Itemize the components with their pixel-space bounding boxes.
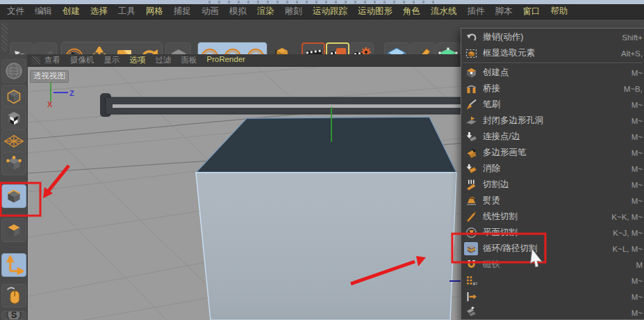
brush-icon: [464, 98, 478, 111]
context-menu-item-框显选取元素[interactable]: 框显选取元素Alt+S,: [461, 45, 644, 61]
context-menu-item-多边形画笔[interactable]: 多边形画笔M~: [461, 145, 644, 161]
viewport-label: 透视视图: [30, 70, 69, 83]
context-menu-label: 平面切割: [483, 227, 518, 239]
viewport-menu-item-6[interactable]: ProRender: [207, 55, 246, 65]
viewport-menu-item-4[interactable]: 过滤: [156, 55, 172, 65]
menubar-item-2[interactable]: 创建: [63, 6, 80, 17]
points-mode-button[interactable]: [1, 152, 26, 175]
viewport-menu-grip[interactable]: [31, 56, 40, 65]
snap-button[interactable]: S: [1, 311, 26, 320]
context-menu-item-消除[interactable]: 消除M~: [461, 161, 644, 177]
context-menu-shortcut: K~L, M~: [613, 245, 644, 253]
createpoint-icon: [464, 66, 478, 79]
menubar-item-5[interactable]: 网格: [146, 6, 163, 17]
enable-axis-button[interactable]: [1, 253, 26, 277]
make-editable-icon: [4, 61, 24, 81]
context-menu-item-笔刷[interactable]: 笔刷M~: [461, 97, 644, 113]
viewport-solo-button[interactable]: [1, 284, 26, 307]
context-menu-item-setpoint[interactable]: x=M~: [461, 273, 644, 289]
menubar-item-18[interactable]: 帮助: [551, 6, 568, 17]
context-menu-shortcut: M~: [631, 165, 644, 173]
slide-icon: [464, 290, 478, 303]
context-menu-item-线性切割[interactable]: 线性切割K~K, M~: [461, 209, 644, 225]
menubar-item-12[interactable]: 运动图形: [358, 6, 393, 17]
context-menu-label: 桥接: [483, 83, 500, 95]
context-menu-shortcut: M~: [631, 149, 644, 157]
context-menu-shortcut: M~: [631, 101, 644, 109]
menubar-item-4[interactable]: 工具: [118, 6, 135, 17]
menubar-item-1[interactable]: 编辑: [35, 6, 52, 17]
context-menu-shortcut: K~J, M~: [613, 229, 644, 237]
viewport-menu-item-0[interactable]: 查看: [44, 55, 60, 65]
context-menu-item-封闭多边形孔洞[interactable]: 封闭多边形孔洞M~: [461, 113, 644, 129]
context-menu-item-熨烫[interactable]: 熨烫M~: [461, 193, 644, 209]
menubar-item-6[interactable]: 捕捉: [174, 6, 191, 17]
context-menu-item-循环/路径切割[interactable]: 循环/路径切割K~L, M~: [461, 241, 644, 257]
dissolve-icon: [464, 162, 478, 175]
context-menu-item-切割边[interactable]: 切割边M~: [461, 177, 644, 193]
workplane-icon: [3, 132, 24, 150]
polygon-mode-button[interactable]: [1, 218, 26, 242]
axis-z-gizmo-label: Z: [69, 89, 74, 97]
iron-icon: [464, 194, 478, 207]
workplane-mode-button[interactable]: [1, 129, 26, 153]
menubar-item-8[interactable]: 模拟: [229, 6, 247, 17]
mode-palette: S: [0, 54, 28, 320]
polypen-icon: [464, 146, 478, 159]
menubar-item-0[interactable]: 文件: [7, 6, 24, 17]
context-menu-label: 框显选取元素: [483, 47, 535, 59]
menubar-item-17[interactable]: 窗口: [523, 6, 540, 17]
context-menu-label: 创建点: [483, 67, 509, 79]
edge-mode-button[interactable]: [1, 184, 26, 208]
viewport-menu-item-1[interactable]: 摄像机: [70, 55, 94, 65]
menubar-item-3[interactable]: 选择: [90, 6, 108, 17]
context-menu-label: 切割边: [483, 179, 509, 191]
context-menu-label: 消除: [483, 163, 500, 175]
menubar-item-9[interactable]: 渲染: [257, 6, 274, 17]
context-menu-label: 笔刷: [483, 99, 500, 111]
context-menu-shortcut: M: [636, 261, 644, 269]
menubar-item-7[interactable]: 动画: [201, 6, 219, 17]
polygon-mode-icon: [4, 221, 24, 240]
cube-object[interactable]: [196, 117, 456, 320]
context-menu-item-磁铁[interactable]: 磁铁M: [461, 257, 644, 273]
context-menu-shortcut: M~: [631, 117, 644, 125]
axis-x-gizmo-label: X: [47, 100, 53, 109]
context-menu-item-slide[interactable]: M~: [461, 289, 644, 305]
frame-icon: [464, 47, 478, 60]
menubar-item-14[interactable]: 流水线: [431, 6, 457, 17]
context-menu-label: 多边形画笔: [483, 147, 527, 159]
menubar-item-16[interactable]: 脚本: [495, 6, 513, 17]
closehole-icon: [464, 114, 478, 127]
context-menu-shortcut: M~: [631, 181, 644, 189]
viewport-menu-item-2[interactable]: 显示: [104, 55, 120, 65]
model-mode-button[interactable]: [1, 85, 26, 109]
menu-separator: [463, 63, 643, 63]
cutedge-icon: [464, 178, 478, 191]
snap-icon: S: [5, 311, 23, 320]
context-menu-shortcut: Alt+S,: [621, 49, 644, 58]
menubar-item-13[interactable]: 角色: [403, 6, 420, 17]
svg-text:x=: x=: [472, 281, 477, 286]
toolbar-grip[interactable]: [1, 22, 8, 51]
texture-mode-button[interactable]: [1, 106, 26, 130]
menubar-item-15[interactable]: 插件: [468, 6, 485, 17]
context-menu-item-撤销(动作)[interactable]: 撤销(动作)Shift+: [461, 29, 644, 45]
context-menu-item-创建点[interactable]: 创建点M~: [461, 65, 644, 81]
make-editable-button[interactable]: [1, 59, 26, 83]
context-menu-label: 撤销(动作): [483, 31, 523, 43]
context-menu-shortcut: Shift+: [622, 33, 644, 42]
menubar-item-11[interactable]: 运动跟踪: [313, 6, 347, 17]
context-menu-shortcut: M~: [631, 133, 644, 141]
context-menu-item-桥接[interactable]: 桥接M~B,: [461, 81, 644, 97]
context-menu-shortcut: M~: [631, 197, 644, 205]
context-menu-label: 熨烫: [483, 195, 500, 207]
context-menu-item-stitch[interactable]: M~: [461, 305, 644, 320]
context-menu-item-连接点/边[interactable]: 连接点/边M~: [461, 129, 644, 145]
connect-icon: [464, 130, 478, 143]
viewport-menu-item-3[interactable]: 选项: [130, 55, 146, 65]
context-menu-item-平面切割[interactable]: 平面切割K~J, M~: [461, 225, 644, 241]
menubar-item-10[interactable]: 雕刻: [285, 6, 302, 17]
svg-text:S: S: [11, 311, 17, 320]
viewport-menu-item-5[interactable]: 面板: [181, 55, 197, 65]
